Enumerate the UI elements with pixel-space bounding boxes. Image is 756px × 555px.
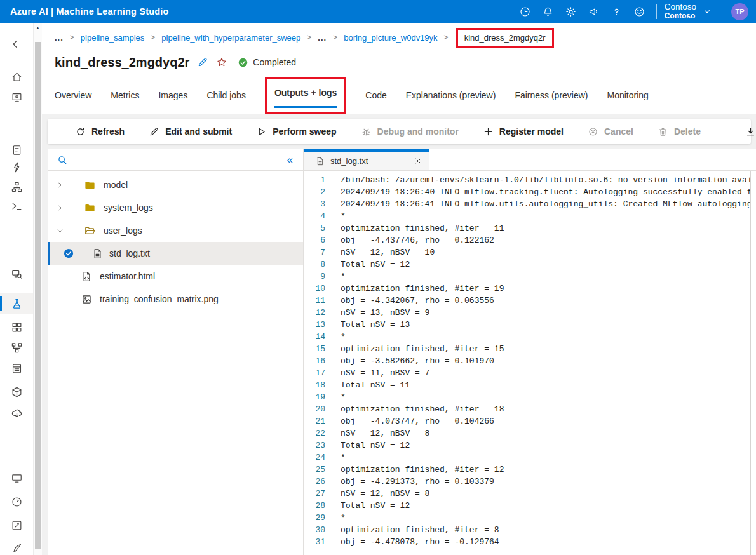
log-line: 1/bin/bash: /azureml-envs/sklearn-1.0/li… <box>304 174 750 186</box>
topbar-icon-group <box>514 0 651 23</box>
chevron-down-icon[interactable] <box>698 0 717 23</box>
tree-item-std-log-txt[interactable]: std_log.txt <box>48 242 303 265</box>
breadcrumb-item[interactable]: ... <box>318 33 327 43</box>
log-line: 8Total nSV = 12 <box>304 258 750 271</box>
edit-and-submit-button[interactable]: Edit and submit <box>137 126 244 137</box>
tree-item-label: training_confusion_matrix.png <box>100 294 219 304</box>
command-toolbar: RefreshEdit and submitPerform sweepDebug… <box>48 119 751 144</box>
tab-fairness-preview-[interactable]: Fairness (preview) <box>515 90 588 100</box>
log-line: 26obj = -4.291373, rho = 0.103379 <box>304 476 750 488</box>
breadcrumb-item[interactable]: pipeline_samples <box>81 33 144 43</box>
tree-item-estimator-html[interactable]: estimator.html <box>48 265 303 288</box>
tab-metrics[interactable]: Metrics <box>111 90 139 100</box>
nav-terminal-icon[interactable] <box>0 195 33 217</box>
log-line: 17nSV = 11, nBSV = 7 <box>304 367 750 379</box>
log-line-text: nSV = 13, nBSV = 9 <box>341 307 429 319</box>
tree-item-model[interactable]: model <box>48 173 303 196</box>
nav-scrollbar[interactable]: ▲ <box>33 23 42 555</box>
breadcrumb-chevron-icon: > <box>444 33 449 42</box>
collapse-panel-button[interactable]: « <box>287 154 293 165</box>
log-line-text: 2024/09/19 18:26:40 INFO mlflow.tracking… <box>341 186 750 198</box>
clock-icon[interactable] <box>514 0 537 23</box>
nav-experiments-icon[interactable] <box>0 263 33 284</box>
line-number: 15 <box>304 343 325 355</box>
tab-child-jobs[interactable]: Child jobs <box>206 90 245 100</box>
chevron-down-icon[interactable] <box>55 226 68 236</box>
smiley-icon[interactable] <box>628 0 651 23</box>
line-number: 24 <box>304 451 325 464</box>
tree-item-label: user_logs <box>104 225 142 236</box>
nav-data-labeling-icon[interactable] <box>0 514 33 536</box>
tab-active-annotation[interactable]: Outputs + logs <box>265 77 346 114</box>
log-line-text: nSV = 12, nBSV = 10 <box>341 246 435 258</box>
tab-code[interactable]: Code <box>365 90 386 100</box>
close-icon[interactable] <box>414 157 422 165</box>
topbar-divider <box>656 4 657 19</box>
log-line: 11obj = -4.342067, rho = 0.063556 <box>304 295 750 307</box>
nav-home-icon[interactable] <box>0 66 33 88</box>
scrollbar-thumb[interactable] <box>35 42 41 549</box>
chevron-right-icon[interactable] <box>55 203 68 213</box>
avatar[interactable]: TP <box>731 3 748 20</box>
perform-sweep-button[interactable]: Perform sweep <box>244 126 348 137</box>
nav-designer-icon[interactable] <box>0 176 33 197</box>
line-number: 10 <box>304 283 325 295</box>
file-tree: modelsystem_logsuser_logsstd_log.txtesti… <box>48 171 303 311</box>
tree-item-training-confusion-matrix-png[interactable]: training_confusion_matrix.png <box>48 288 303 311</box>
search-icon[interactable] <box>57 154 68 166</box>
tree-item-system-logs[interactable]: system_logs <box>48 196 303 219</box>
topbar-actions: Contoso Contoso TP <box>514 0 748 23</box>
bell-icon[interactable] <box>537 0 560 23</box>
refresh-button[interactable]: Refresh <box>63 126 137 137</box>
app-window: Azure AI | Machine Learning Studio Conto… <box>0 0 756 555</box>
line-number: 22 <box>304 427 325 439</box>
nav-models-icon[interactable] <box>0 381 33 403</box>
nav-model-catalog-icon[interactable] <box>0 86 33 108</box>
log-file-tab[interactable]: std_log.txt <box>304 149 429 170</box>
nav-linked-services-icon[interactable] <box>0 537 33 555</box>
nav-components-icon[interactable] <box>0 316 33 338</box>
breadcrumb-item[interactable]: ... <box>55 33 64 43</box>
breadcrumb-item[interactable]: pipeline_with_hyperparameter_sweep <box>161 33 300 43</box>
nav-monitoring-icon[interactable] <box>0 491 33 512</box>
register-model-button[interactable]: Register model <box>471 126 576 137</box>
line-number: 19 <box>304 391 325 403</box>
log-line-text: optimization finished, #iter = 8 <box>341 524 499 536</box>
tree-item-user-logs[interactable]: user_logs <box>48 219 303 242</box>
nav-back-arrow-icon[interactable] <box>0 33 33 55</box>
help-icon[interactable] <box>605 0 628 23</box>
top-app-bar: Azure AI | Machine Learning Studio Conto… <box>0 0 756 23</box>
line-number: 13 <box>304 319 325 331</box>
megaphone-icon[interactable] <box>583 0 605 23</box>
line-number: 21 <box>304 415 325 427</box>
nav-automated-ml-icon[interactable] <box>0 156 33 178</box>
log-line: 22024/09/19 18:26:40 INFO mlflow.trackin… <box>304 186 750 198</box>
tab-overview[interactable]: Overview <box>55 90 91 100</box>
tab-monitoring[interactable]: Monitoring <box>607 90 649 100</box>
edit-title-pencil-icon[interactable] <box>197 57 208 68</box>
line-number: 27 <box>304 488 325 500</box>
line-number: 16 <box>304 355 325 367</box>
tab-outputs-logs: Outputs + logs <box>274 88 337 98</box>
line-number: 6 <box>304 234 325 246</box>
gear-icon[interactable] <box>560 0 583 23</box>
page-title: kind_dress_2mgdyq2r <box>55 55 189 70</box>
tab-images[interactable]: Images <box>158 90 187 100</box>
chevron-right-icon[interactable] <box>55 180 68 190</box>
tenant-switcher[interactable]: Contoso Contoso <box>665 2 696 20</box>
nav-jobs-icon[interactable] <box>0 293 33 314</box>
breadcrumb-item[interactable]: boring_picture_w0dv19yk <box>344 33 437 43</box>
nav-endpoints-icon[interactable] <box>0 402 33 424</box>
log-content[interactable]: 1/bin/bash: /azureml-envs/sklearn-1.0/li… <box>304 171 751 555</box>
nav-compute-icon[interactable] <box>0 467 33 489</box>
status-badge: Completed <box>238 57 296 68</box>
left-nav-rail <box>0 23 33 555</box>
nav-pipelines-icon[interactable] <box>0 337 33 358</box>
favorite-star-icon[interactable] <box>216 57 227 68</box>
tab-bar: OverviewMetricsImagesChild jobsOutputs +… <box>55 77 756 114</box>
scrollbar-up-arrow[interactable]: ▲ <box>34 25 42 30</box>
nav-environments-icon[interactable] <box>0 358 33 379</box>
tab-explanations-preview-[interactable]: Explanations (preview) <box>406 90 496 100</box>
active-tab-underline <box>274 106 337 108</box>
download-all-button[interactable]: Download all <box>733 126 756 137</box>
